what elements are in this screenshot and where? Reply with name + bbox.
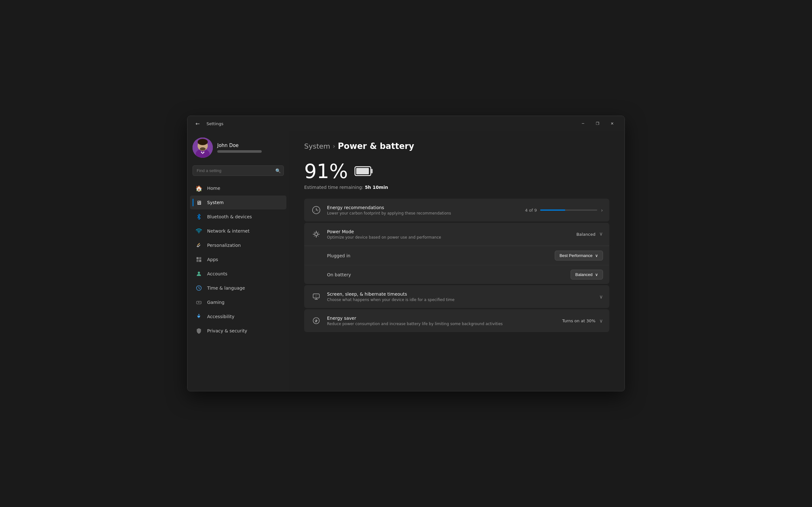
breadcrumb-current: Power & battery [338,141,414,151]
power-mode-right: Balanced ∧ [576,231,603,237]
energy-saver-icon [310,315,322,326]
energy-saver-title: Energy saver [327,316,557,321]
screen-sleep-icon [310,291,322,302]
sidebar-item-accounts[interactable]: Accounts [190,267,287,281]
chevron-up-icon: ∧ [599,231,603,237]
energy-progress-bar-bg [540,210,597,211]
time-icon [195,284,203,292]
user-profile[interactable]: John Doe [188,131,289,163]
sidebar-item-system[interactable]: 🖥 System [190,195,287,210]
gaming-icon [195,298,203,306]
battery-section: 91% Estimated time remaining: 5h 10min [304,160,609,190]
nav-list: 🏠 Home 🖥 System Bluetooth & devices [188,181,289,338]
sidebar-item-label: Time & language [207,285,245,291]
energy-saver-desc: Reduce power consumption and increase ba… [327,322,557,326]
home-icon: 🏠 [195,184,203,192]
privacy-icon [195,327,203,335]
sidebar-item-network[interactable]: Network & internet [190,224,287,238]
energy-recommendations-right: 4 of 9 › [525,207,603,213]
power-mode-card: Power Mode Optimize your device based on… [304,223,609,284]
search-input[interactable] [193,165,284,176]
titlebar-title: Settings [206,121,572,126]
restore-button[interactable]: ❐ [590,118,605,129]
sidebar-item-label: Bluetooth & devices [207,214,252,219]
energy-recommendations-row[interactable]: Energy recommendations Lower your carbon… [304,199,609,222]
battery-percent: 91% [304,160,348,183]
svg-rect-8 [197,257,199,260]
on-battery-row: On battery Balanced ∨ [304,265,609,284]
sidebar-item-personalization[interactable]: Personalization [190,238,287,252]
search-box: 🔍 [193,165,284,176]
sidebar-item-gaming[interactable]: Gaming [190,295,287,309]
sidebar-item-label: Accounts [207,271,227,276]
dropdown-chevron-icon-2: ∨ [595,272,598,277]
screen-sleep-card: Screen, sleep, & hibernate timeouts Choo… [304,285,609,308]
screen-sleep-right: ∨ [599,294,603,300]
avatar [193,137,213,158]
energy-recommendations-card: Energy recommendations Lower your carbon… [304,199,609,222]
chevron-right-icon: › [601,207,603,213]
sidebar-item-accessibility[interactable]: Accessibility [190,309,287,324]
plugged-in-value: Best Performance [560,253,593,258]
battery-time: Estimated time remaining: 5h 10min [304,185,609,190]
sidebar-item-label: Personalization [207,243,241,248]
energy-progress: 4 of 9 [525,208,597,213]
minimize-button[interactable]: ─ [576,118,590,129]
sidebar-item-label: Gaming [207,300,224,305]
on-battery-dropdown[interactable]: Balanced ∨ [571,270,603,279]
energy-saver-right: Turns on at 30% ∨ [562,318,603,324]
power-mode-title: Power Mode [327,229,571,234]
plugged-in-label: Plugged in [327,253,555,258]
energy-saver-row[interactable]: Energy saver Reduce power consumption an… [304,309,609,332]
energy-saver-turns-on: Turns on at 30% [562,319,595,323]
power-mode-text: Power Mode Optimize your device based on… [327,229,571,239]
power-mode-header-row[interactable]: Power Mode Optimize your device based on… [304,223,609,246]
energy-recommendations-text: Energy recommendations Lower your carbon… [327,205,520,216]
breadcrumb: System › Power & battery [304,141,609,151]
user-info: John Doe [217,143,262,153]
sidebar-item-label: Apps [207,257,218,262]
active-indicator [193,199,194,206]
network-icon [195,227,203,235]
dropdown-chevron-icon: ∨ [595,253,598,258]
energy-icon [310,205,322,216]
sidebar: John Doe 🔍 🏠 Home 🖥 System [188,131,289,391]
plugged-in-row: Plugged in Best Performance ∨ [304,246,609,265]
sidebar-item-label: System [207,200,223,205]
sidebar-item-bluetooth[interactable]: Bluetooth & devices [190,210,287,224]
chevron-down-icon: ∨ [599,294,603,300]
breadcrumb-separator: › [333,142,335,150]
on-battery-value: Balanced [575,272,593,277]
svg-rect-11 [199,260,201,262]
main-content: John Doe 🔍 🏠 Home 🖥 System [188,131,624,391]
energy-saver-card: Energy saver Reduce power consumption an… [304,309,609,332]
svg-point-15 [200,302,200,302]
sidebar-item-label: Privacy & security [207,328,247,333]
apps-icon [195,256,203,263]
back-button[interactable]: ← [193,118,203,129]
titlebar: ← Settings ─ ❐ ✕ [188,116,624,131]
close-button[interactable]: ✕ [605,118,619,129]
battery-display: 91% [304,160,609,183]
window-controls: ─ ❐ ✕ [576,118,619,129]
on-battery-label: On battery [327,272,571,277]
sidebar-item-apps[interactable]: Apps [190,252,287,267]
user-status-bar [217,150,262,153]
energy-saver-text: Energy saver Reduce power consumption an… [327,316,557,326]
power-mode-desc: Optimize your device based on power use … [327,235,571,239]
plugged-in-dropdown[interactable]: Best Performance ∨ [555,250,603,261]
svg-point-4 [200,147,206,151]
battery-icon [354,163,373,180]
screen-sleep-row[interactable]: Screen, sleep, & hibernate timeouts Choo… [304,285,609,308]
sidebar-item-privacy[interactable]: Privacy & security [190,324,287,338]
sidebar-item-label: Home [207,186,220,191]
sidebar-item-home[interactable]: 🏠 Home [190,181,287,195]
breadcrumb-parent[interactable]: System [304,142,330,150]
sidebar-item-time[interactable]: Time & language [190,281,287,295]
svg-rect-19 [371,169,373,173]
accounts-icon [195,270,203,278]
svg-point-6 [199,233,200,233]
svg-point-12 [198,272,200,274]
screen-sleep-text: Screen, sleep, & hibernate timeouts Choo… [327,291,594,302]
bluetooth-icon [195,213,203,221]
